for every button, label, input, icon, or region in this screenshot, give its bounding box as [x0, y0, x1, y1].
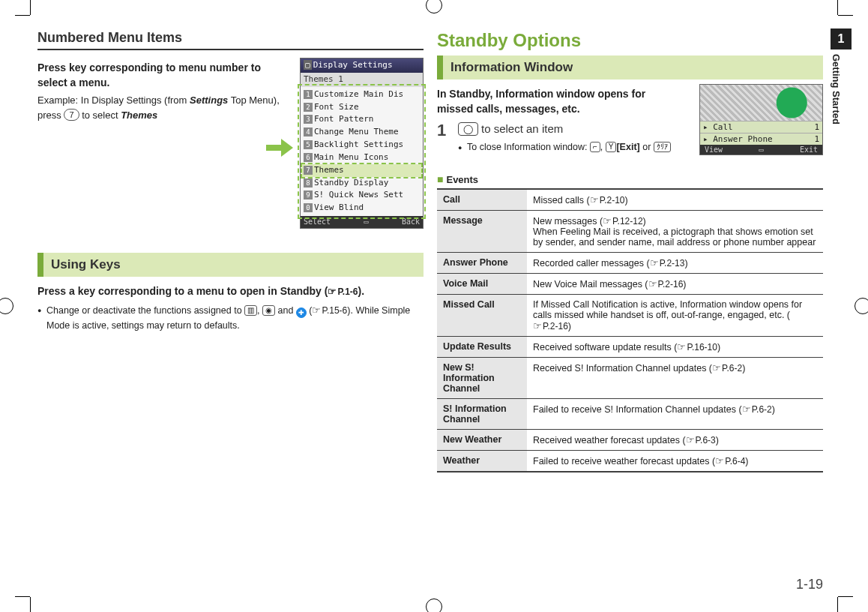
page-ref: P.2-13: [650, 257, 685, 268]
table-row: WeatherFailed to receive weather forecas…: [437, 450, 823, 472]
page-ref: P.2-10: [590, 194, 625, 206]
table-row: Missed CallIf Missed Call Notification i…: [437, 294, 823, 336]
chapter-tab: 1 Getting Started: [831, 28, 852, 124]
chapter-number-box: 1: [831, 28, 852, 50]
key-7-icon: 7: [64, 109, 79, 121]
page-ref: P.6-2: [742, 404, 772, 415]
event-name: Missed Call: [437, 294, 527, 336]
events-table: CallMissed calls (P.2-10)MessageNew mess…: [437, 188, 823, 472]
page-ref: P.6-2: [712, 362, 742, 374]
info-softkey-left: View: [705, 146, 723, 154]
right-column: Standby Options Information Window In St…: [437, 30, 823, 590]
y-key-icon: Y: [606, 142, 617, 152]
chapter-title: Standby Options: [437, 30, 823, 51]
page-ref: P.12-12: [603, 215, 642, 226]
table-row: S! Information ChannelFailed to receive …: [437, 398, 823, 429]
phone-softkey-left: Select: [304, 217, 331, 227]
bullet-item: Change or deactivate the functions assig…: [37, 303, 424, 333]
event-name: Voice Mail: [437, 273, 527, 294]
phone-menu-item: 9S! Quick News Sett: [302, 189, 421, 202]
arrow-icon: [266, 139, 295, 157]
step-number: 1: [437, 122, 453, 139]
phone-menu-item: 0View Blind: [302, 202, 421, 214]
page-number: 1-19: [796, 577, 823, 592]
info-center-icon: ▭: [759, 146, 763, 154]
event-description: Recorded caller messages (P.2-13): [527, 252, 823, 273]
page-ref: P.2-16: [533, 320, 568, 332]
page-ref: P.2-16: [648, 278, 684, 290]
info-window-softkeys: View ▭ Exit: [700, 145, 822, 154]
instruction-line-1: Press key corresponding to menu number t…: [37, 61, 292, 90]
nav-key-icon: ✚: [296, 308, 307, 318]
event-name: Weather: [437, 450, 527, 472]
instruction-line-2: Press a key corresponding to a menu to o…: [37, 284, 424, 299]
events-label: ■Events: [437, 173, 823, 185]
using-keys-heading: Using Keys: [37, 253, 424, 277]
phone-menu-item: 2Font Size: [302, 101, 421, 114]
event-description: Received S! Information Channel updates …: [527, 357, 823, 398]
phone-menu-item: 6Main Menu Icons: [302, 152, 421, 164]
phone-subtitle: Themes 1: [301, 73, 423, 87]
phone-menu-item: 7Themes: [302, 164, 421, 177]
nav-select-icon: ◯: [458, 122, 478, 136]
event-description: Failed to receive weather forecast updat…: [527, 450, 823, 472]
chapter-tab-label: Getting Started: [831, 50, 842, 124]
step-text: to select an item: [481, 122, 563, 135]
info-row-call: ▸ Call1: [700, 121, 822, 133]
page-ref: P.15-6: [312, 303, 347, 318]
event-name: Answer Phone: [437, 252, 527, 273]
phone-menu-item: 5Backlight Settings: [302, 139, 421, 152]
table-row: CallMissed calls (P.2-10): [437, 189, 823, 211]
page-ref: P.6-3: [686, 434, 716, 446]
phone-menu-item: 3Font Pattern: [302, 113, 421, 126]
event-description: New Voice Mail messages (P.2-16): [527, 273, 823, 294]
page-ref: P.1-6: [328, 285, 358, 298]
phone-menu-item: 8Standby Display: [302, 177, 421, 190]
left-column: Numbered Menu Items Press key correspond…: [37, 30, 424, 590]
table-row: Update ResultsReceived software update r…: [437, 336, 823, 357]
key-icon: ▥: [244, 305, 257, 316]
info-window-screenshot: ▸ Call1 ▸ Answer Phone1 View ▭ Exit: [699, 84, 823, 155]
table-row: MessageNew messages (P.12-12)When Feelin…: [437, 210, 823, 252]
page-ref: P.6-4: [715, 455, 745, 466]
event-name: S! Information Channel: [437, 398, 527, 429]
intro-text: In Standby, Information window opens for…: [437, 87, 654, 116]
example-line: Example: In Display Settings (from Setti…: [37, 93, 292, 122]
table-row: Voice MailNew Voice Mail messages (P.2-1…: [437, 273, 823, 294]
square-bullet-icon: ■: [437, 173, 443, 185]
event-description: Received weather forecast updates (P.6-3…: [527, 429, 823, 450]
page-ref: P.16-10: [677, 341, 717, 352]
event-name: Call: [437, 189, 527, 211]
event-description: Missed calls (P.2-10): [527, 189, 823, 211]
phone-menu-item: 1Customize Main Dis: [302, 88, 421, 101]
section-title: Numbered Menu Items: [37, 30, 424, 50]
phone-center-icon: ▭: [364, 217, 369, 227]
event-name: New S! Information Channel: [437, 357, 527, 398]
phone-title: ▢Display Settings: [301, 58, 423, 73]
camera-key-icon: ◉: [262, 305, 275, 316]
phone-menu-list: 1Customize Main Dis2Font Size3Font Patte…: [301, 87, 423, 216]
clear-key-icon: ｸﾘｱ: [654, 142, 671, 152]
event-name: Update Results: [437, 336, 527, 357]
table-row: New S! Information ChannelReceived S! In…: [437, 357, 823, 398]
phone-softkeys: Select ▭ Back: [301, 216, 423, 228]
phone-screenshot: ▢Display Settings Themes 1 1Customize Ma…: [300, 58, 424, 229]
event-description: Received software update results (P.16-1…: [527, 336, 823, 357]
info-row-answer-phone: ▸ Answer Phone1: [700, 133, 822, 145]
phone-softkey-right: Back: [402, 217, 420, 227]
phone-menu-item: 4Change Menu Theme: [302, 126, 421, 139]
info-window-image: [700, 85, 822, 121]
event-description: Failed to receive S! Information Channel…: [527, 398, 823, 429]
info-softkey-right: Exit: [800, 146, 818, 154]
event-name: Message: [437, 210, 527, 252]
information-window-heading: Information Window: [437, 56, 823, 80]
table-row: New WeatherReceived weather forecast upd…: [437, 429, 823, 450]
event-name: New Weather: [437, 429, 527, 450]
event-description: New messages (P.12-12)When Feeling Mail …: [527, 210, 823, 252]
end-key-icon: ⌐: [590, 142, 600, 152]
table-row: Answer PhoneRecorded caller messages (P.…: [437, 252, 823, 273]
event-description: If Missed Call Notification is active, I…: [527, 294, 823, 336]
